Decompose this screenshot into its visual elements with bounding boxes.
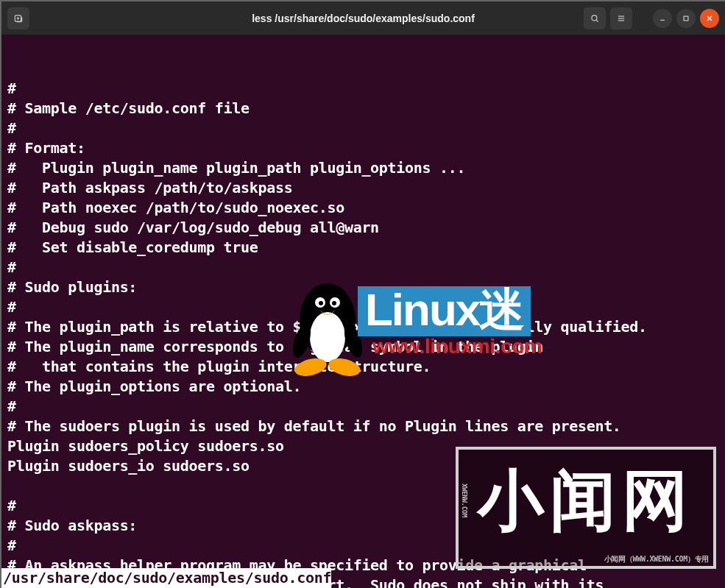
close-button[interactable] xyxy=(700,9,719,28)
less-status-line: /usr/share/doc/sudo/examples/sudo.conf xyxy=(1,568,331,588)
new-tab-button[interactable] xyxy=(7,7,29,29)
terminal-text: # # Sample /etc/sudo.conf file # # Forma… xyxy=(7,79,719,588)
svg-point-5 xyxy=(592,15,597,20)
svg-line-6 xyxy=(596,20,598,22)
menu-button[interactable] xyxy=(610,7,632,29)
window-titlebar: less /usr/share/doc/sudo/examples/sudo.c… xyxy=(1,1,725,35)
titlebar-right-controls xyxy=(584,7,719,29)
maximize-button[interactable] xyxy=(676,9,696,28)
terminal-content[interactable]: # # Sample /etc/sudo.conf file # # Forma… xyxy=(1,35,725,588)
window-title: less /usr/share/doc/sudo/examples/sudo.c… xyxy=(252,13,475,24)
titlebar-left-controls xyxy=(7,7,29,29)
svg-rect-11 xyxy=(684,16,688,21)
minimize-button[interactable] xyxy=(653,9,672,28)
search-button[interactable] xyxy=(584,7,606,29)
